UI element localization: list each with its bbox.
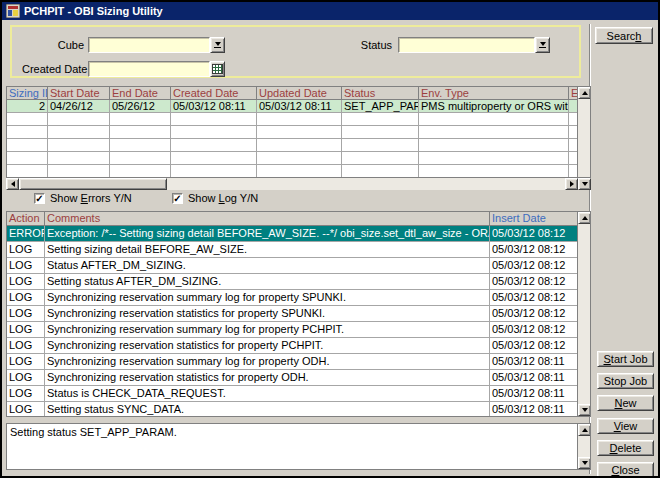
log-row[interactable]: LOG Setting sizing detail BEFORE_AW_SIZE… <box>7 242 590 258</box>
show-errors-checkbox[interactable]: ✓ <box>34 193 45 204</box>
results-vertical-scrollbar[interactable] <box>577 87 590 177</box>
dropdown-arrow-icon <box>214 42 221 48</box>
col-action[interactable]: Action <box>7 212 45 226</box>
log-row[interactable]: LOG Setting status SYNC_DATA. 05/03/12 0… <box>7 402 590 417</box>
log-row[interactable]: LOG Synchronizing reservation statistics… <box>7 338 590 354</box>
close-button[interactable]: Close <box>597 462 654 478</box>
created-date-calendar-button[interactable] <box>210 61 225 77</box>
table-row-empty[interactable] <box>7 165 590 178</box>
log-row[interactable]: LOG Setting status AFTER_DM_SIZING. 05/0… <box>7 274 590 290</box>
app-icon <box>6 4 20 18</box>
delete-button[interactable]: Delete <box>597 440 654 456</box>
log-header-row: Action Comments Insert Date <box>7 212 590 226</box>
log-vertical-scrollbar[interactable] <box>577 212 590 416</box>
col-created-date[interactable]: Created Date <box>171 87 257 100</box>
table-row-empty[interactable] <box>7 113 590 126</box>
arrow-up-icon <box>582 428 588 432</box>
col-updated-date[interactable]: Updated Date <box>257 87 342 100</box>
status-input[interactable] <box>398 37 535 53</box>
scrollbar-thumb[interactable] <box>19 178 167 190</box>
app-window: PCHPIT - OBI Sizing Utility Cube Status … <box>0 0 660 478</box>
scroll-left-button[interactable] <box>6 178 19 190</box>
log-row-error[interactable]: ERROR Exception: /*-- Setting sizing det… <box>7 226 590 242</box>
show-log-label: Show Log Y/N <box>188 192 258 204</box>
arrow-up-icon <box>582 91 588 95</box>
col-end-date[interactable]: End Date <box>110 87 171 100</box>
detail-text-box[interactable]: Setting status SET_APP_PARAM. <box>6 423 591 470</box>
start-job-button[interactable]: Start Job <box>597 351 654 367</box>
col-env-type[interactable]: Env. Type <box>419 87 569 100</box>
arrow-down-icon <box>582 408 588 412</box>
scroll-down-button[interactable] <box>578 404 591 416</box>
scroll-right-button[interactable] <box>565 178 578 190</box>
detail-vertical-scrollbar[interactable] <box>577 424 590 469</box>
log-row[interactable]: LOG Synchronizing reservation statistics… <box>7 306 590 322</box>
scroll-up-button[interactable] <box>578 424 591 436</box>
results-header-row: Sizing ID Start Date End Date Created Da… <box>7 87 590 100</box>
arrow-down-icon <box>582 182 588 186</box>
window-title: PCHPIT - OBI Sizing Utility <box>24 5 163 17</box>
table-row-empty[interactable] <box>7 126 590 139</box>
detail-text: Setting status SET_APP_PARAM. <box>10 426 177 438</box>
title-bar: PCHPIT - OBI Sizing Utility <box>2 2 658 20</box>
arrow-up-icon <box>582 216 588 220</box>
col-sizing-id[interactable]: Sizing ID <box>7 87 48 100</box>
status-dropdown-button[interactable] <box>535 37 550 53</box>
results-horizontal-scrollbar[interactable] <box>6 178 578 190</box>
new-button[interactable]: New <box>597 395 654 411</box>
col-insert-date[interactable]: Insert Date <box>490 212 579 226</box>
col-comments[interactable]: Comments <box>45 212 490 226</box>
log-row[interactable]: LOG Status AFTER_DM_SIZING. 05/03/12 08:… <box>7 258 590 274</box>
dropdown-arrow-icon <box>539 42 546 48</box>
calendar-icon <box>212 64 223 74</box>
log-row[interactable]: LOG Synchronizing reservation statistics… <box>7 370 590 386</box>
log-row[interactable]: LOG Synchronizing reservation summary lo… <box>7 290 590 306</box>
created-date-label: Created Date <box>22 63 84 75</box>
log-grid: Action Comments Insert Date ERROR Except… <box>6 211 591 417</box>
log-row[interactable]: LOG Synchronizing reservation summary lo… <box>7 354 590 370</box>
col-status[interactable]: Status <box>342 87 419 100</box>
show-log-checkbox[interactable]: ✓ <box>172 193 183 204</box>
log-row[interactable]: LOG Synchronizing reservation summary lo… <box>7 322 590 338</box>
show-errors-label: Show Errors Y/N <box>50 192 132 204</box>
cube-dropdown-button[interactable] <box>210 37 225 53</box>
arrow-right-icon <box>570 181 574 187</box>
results-scroll-down-button[interactable] <box>578 178 591 190</box>
table-row-empty[interactable] <box>7 152 590 165</box>
arrow-down-icon <box>582 461 588 465</box>
sizing-results-grid: Sizing ID Start Date End Date Created Da… <box>6 86 591 178</box>
scroll-up-button[interactable] <box>578 87 591 99</box>
cube-label: Cube <box>22 39 84 51</box>
created-date-input[interactable] <box>88 61 210 77</box>
scroll-down-button[interactable] <box>578 457 591 469</box>
view-button[interactable]: View <box>597 418 654 434</box>
log-row[interactable]: LOG Status is CHECK_DATA_REQUEST. 05/03/… <box>7 386 590 402</box>
search-button[interactable]: Search <box>595 27 653 44</box>
table-row-empty[interactable] <box>7 139 590 152</box>
table-row-selected[interactable]: 2 04/26/12 05/26/12 05/03/12 08:11 05/03… <box>7 100 590 113</box>
scroll-up-button[interactable] <box>578 212 591 224</box>
search-criteria-panel: Cube Status Created Date <box>10 25 581 78</box>
col-start-date[interactable]: Start Date <box>48 87 110 100</box>
cube-input[interactable] <box>88 37 210 53</box>
arrow-left-icon <box>11 181 15 187</box>
stop-job-button[interactable]: Stop Job <box>597 373 654 389</box>
status-label: Status <box>330 39 392 51</box>
